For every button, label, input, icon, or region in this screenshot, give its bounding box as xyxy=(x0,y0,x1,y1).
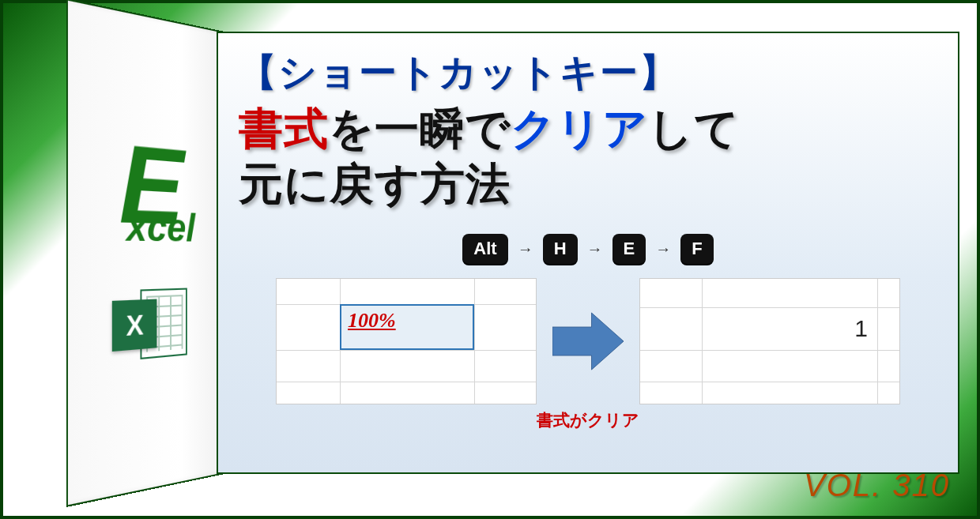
subtitle: 【ショートカットキー】 xyxy=(239,47,937,98)
demo-row: 100% 1 xyxy=(239,278,937,404)
shortcut-sequence: Alt → H → E → F xyxy=(239,234,937,264)
grid-after: 1 xyxy=(639,278,900,404)
volume-label: VOL. 310 xyxy=(804,468,950,503)
svg-marker-0 xyxy=(552,313,624,370)
excel-text-logo: E xcel xyxy=(103,137,195,250)
demo-caption: 書式がクリア xyxy=(239,409,937,431)
transform-arrow-icon xyxy=(552,310,624,373)
key-h: H xyxy=(543,234,578,264)
cell-after-value: 1 xyxy=(854,315,868,342)
title-line-2: 元に戻す方法 xyxy=(239,159,511,209)
excel-app-icon: X xyxy=(112,283,187,368)
title-text-2: して xyxy=(648,103,740,153)
cell-before-value: 100% xyxy=(340,304,474,350)
logo-letters-xcel: xcel xyxy=(126,203,195,250)
slide-frame: E xcel X 【ショートカットキー】 書式を一瞬でクリアして 元に戻す方法 … xyxy=(0,0,980,519)
title-word-format: 書式 xyxy=(239,103,329,153)
excel-icon-letter: X xyxy=(112,299,157,352)
title-text-1: を一瞬で xyxy=(329,103,511,153)
grid-before: 100% xyxy=(276,278,537,404)
key-f: F xyxy=(680,234,713,264)
title-word-clear: クリア xyxy=(511,103,648,153)
left-panel: E xcel X xyxy=(66,0,224,507)
arrow-icon: → xyxy=(655,240,671,258)
main-panel: 【ショートカットキー】 書式を一瞬でクリアして 元に戻す方法 Alt → H →… xyxy=(217,32,959,474)
key-e: E xyxy=(612,234,646,264)
main-title: 書式を一瞬でクリアして 元に戻す方法 xyxy=(239,101,937,212)
key-alt: Alt xyxy=(462,234,507,264)
arrow-icon: → xyxy=(518,240,533,258)
arrow-icon: → xyxy=(587,240,603,258)
